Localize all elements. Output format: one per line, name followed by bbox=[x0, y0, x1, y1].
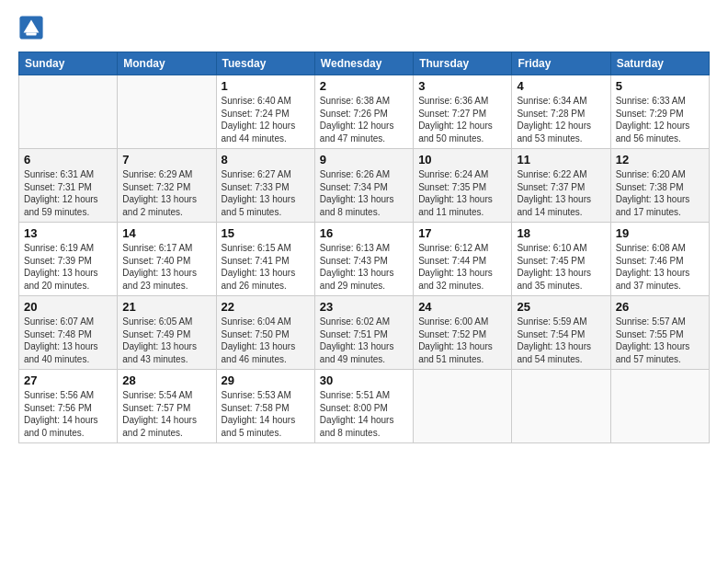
calendar-cell: 14Sunrise: 6:17 AMSunset: 7:40 PMDayligh… bbox=[118, 223, 216, 296]
day-info: Sunrise: 5:57 AMSunset: 7:55 PMDaylight:… bbox=[616, 316, 704, 365]
calendar-cell: 1Sunrise: 6:40 AMSunset: 7:24 PMDaylight… bbox=[216, 75, 314, 149]
day-info: Sunrise: 6:26 AMSunset: 7:34 PMDaylight:… bbox=[320, 168, 408, 218]
day-info: Sunrise: 6:20 AMSunset: 7:38 PMDaylight:… bbox=[616, 168, 704, 218]
day-number: 18 bbox=[517, 226, 605, 240]
day-number: 20 bbox=[24, 300, 112, 314]
day-info: Sunrise: 6:02 AMSunset: 7:51 PMDaylight:… bbox=[320, 316, 408, 365]
day-info: Sunrise: 6:40 AMSunset: 7:24 PMDaylight:… bbox=[222, 95, 310, 144]
day-info: Sunrise: 6:33 AMSunset: 7:29 PMDaylight:… bbox=[616, 95, 704, 144]
day-number: 8 bbox=[222, 153, 310, 167]
day-info: Sunrise: 6:17 AMSunset: 7:40 PMDaylight:… bbox=[122, 242, 210, 292]
day-number: 12 bbox=[616, 153, 704, 167]
calendar-week-row: 20Sunrise: 6:07 AMSunset: 7:48 PMDayligh… bbox=[19, 296, 710, 370]
day-number: 24 bbox=[418, 300, 506, 314]
day-number: 16 bbox=[320, 226, 408, 240]
day-number: 13 bbox=[24, 226, 112, 240]
calendar-cell: 7Sunrise: 6:29 AMSunset: 7:32 PMDaylight… bbox=[118, 149, 216, 223]
header bbox=[18, 15, 710, 40]
calendar-cell: 9Sunrise: 6:26 AMSunset: 7:34 PMDaylight… bbox=[314, 149, 413, 223]
day-number: 6 bbox=[24, 153, 112, 167]
logo bbox=[18, 15, 46, 40]
day-info: Sunrise: 6:36 AMSunset: 7:27 PMDaylight:… bbox=[418, 95, 506, 144]
day-header-thursday: Thursday bbox=[414, 52, 512, 75]
day-number: 10 bbox=[418, 153, 506, 167]
day-info: Sunrise: 5:53 AMSunset: 7:58 PMDaylight:… bbox=[222, 389, 310, 439]
day-number: 11 bbox=[517, 153, 605, 167]
day-number: 29 bbox=[222, 373, 310, 387]
day-info: Sunrise: 6:07 AMSunset: 7:48 PMDaylight:… bbox=[24, 316, 112, 365]
calendar-cell: 12Sunrise: 6:20 AMSunset: 7:38 PMDayligh… bbox=[610, 149, 709, 223]
day-number: 26 bbox=[616, 300, 704, 314]
day-number: 2 bbox=[320, 79, 408, 93]
day-number: 19 bbox=[616, 226, 704, 240]
calendar-cell: 23Sunrise: 6:02 AMSunset: 7:51 PMDayligh… bbox=[314, 296, 413, 370]
calendar-cell: 13Sunrise: 6:19 AMSunset: 7:39 PMDayligh… bbox=[19, 223, 118, 296]
calendar-cell: 18Sunrise: 6:10 AMSunset: 7:45 PMDayligh… bbox=[512, 223, 610, 296]
day-number: 7 bbox=[122, 153, 210, 167]
calendar-cell: 21Sunrise: 6:05 AMSunset: 7:49 PMDayligh… bbox=[118, 296, 216, 370]
day-info: Sunrise: 6:12 AMSunset: 7:44 PMDaylight:… bbox=[418, 242, 506, 292]
day-number: 17 bbox=[418, 226, 506, 240]
day-number: 9 bbox=[320, 153, 408, 167]
calendar-cell: 10Sunrise: 6:24 AMSunset: 7:35 PMDayligh… bbox=[414, 149, 512, 223]
calendar-cell: 2Sunrise: 6:38 AMSunset: 7:26 PMDaylight… bbox=[314, 75, 413, 149]
calendar-cell: 16Sunrise: 6:13 AMSunset: 7:43 PMDayligh… bbox=[314, 223, 413, 296]
day-number: 28 bbox=[122, 373, 210, 387]
day-header-monday: Monday bbox=[118, 52, 216, 75]
day-number: 22 bbox=[222, 300, 310, 314]
day-number: 25 bbox=[517, 300, 605, 314]
calendar-cell: 8Sunrise: 6:27 AMSunset: 7:33 PMDaylight… bbox=[216, 149, 314, 223]
day-info: Sunrise: 6:00 AMSunset: 7:52 PMDaylight:… bbox=[418, 316, 506, 365]
calendar-header-row: SundayMondayTuesdayWednesdayThursdayFrid… bbox=[19, 52, 710, 75]
calendar-cell bbox=[19, 75, 118, 149]
day-info: Sunrise: 6:24 AMSunset: 7:35 PMDaylight:… bbox=[418, 168, 506, 218]
calendar-cell: 22Sunrise: 6:04 AMSunset: 7:50 PMDayligh… bbox=[216, 296, 314, 370]
day-header-sunday: Sunday bbox=[19, 52, 118, 75]
calendar-cell: 3Sunrise: 6:36 AMSunset: 7:27 PMDaylight… bbox=[414, 75, 512, 149]
calendar-table: SundayMondayTuesdayWednesdayThursdayFrid… bbox=[18, 52, 710, 443]
calendar-cell: 6Sunrise: 6:31 AMSunset: 7:31 PMDaylight… bbox=[19, 149, 118, 223]
calendar-cell: 24Sunrise: 6:00 AMSunset: 7:52 PMDayligh… bbox=[414, 296, 512, 370]
day-info: Sunrise: 6:13 AMSunset: 7:43 PMDaylight:… bbox=[320, 242, 408, 292]
calendar-cell: 26Sunrise: 5:57 AMSunset: 7:55 PMDayligh… bbox=[610, 296, 709, 370]
day-info: Sunrise: 6:22 AMSunset: 7:37 PMDaylight:… bbox=[517, 168, 605, 218]
calendar-cell bbox=[610, 370, 709, 443]
calendar-cell: 29Sunrise: 5:53 AMSunset: 7:58 PMDayligh… bbox=[216, 370, 314, 443]
day-info: Sunrise: 6:31 AMSunset: 7:31 PMDaylight:… bbox=[24, 168, 112, 218]
calendar-cell: 19Sunrise: 6:08 AMSunset: 7:46 PMDayligh… bbox=[610, 223, 709, 296]
day-number: 23 bbox=[320, 300, 408, 314]
day-info: Sunrise: 6:27 AMSunset: 7:33 PMDaylight:… bbox=[222, 168, 310, 218]
day-number: 1 bbox=[222, 79, 310, 93]
day-number: 21 bbox=[122, 300, 210, 314]
day-info: Sunrise: 6:10 AMSunset: 7:45 PMDaylight:… bbox=[517, 242, 605, 292]
day-number: 14 bbox=[122, 226, 210, 240]
calendar-cell: 11Sunrise: 6:22 AMSunset: 7:37 PMDayligh… bbox=[512, 149, 610, 223]
calendar-cell: 5Sunrise: 6:33 AMSunset: 7:29 PMDaylight… bbox=[610, 75, 709, 149]
calendar-cell bbox=[414, 370, 512, 443]
day-info: Sunrise: 6:04 AMSunset: 7:50 PMDaylight:… bbox=[222, 316, 310, 365]
day-info: Sunrise: 6:05 AMSunset: 7:49 PMDaylight:… bbox=[122, 316, 210, 365]
day-number: 15 bbox=[222, 226, 310, 240]
calendar-week-row: 13Sunrise: 6:19 AMSunset: 7:39 PMDayligh… bbox=[19, 223, 710, 296]
day-info: Sunrise: 5:59 AMSunset: 7:54 PMDaylight:… bbox=[517, 316, 605, 365]
day-info: Sunrise: 5:56 AMSunset: 7:56 PMDaylight:… bbox=[24, 389, 112, 439]
day-header-wednesday: Wednesday bbox=[314, 52, 413, 75]
calendar-cell: 20Sunrise: 6:07 AMSunset: 7:48 PMDayligh… bbox=[19, 296, 118, 370]
calendar-week-row: 27Sunrise: 5:56 AMSunset: 7:56 PMDayligh… bbox=[19, 370, 710, 443]
day-info: Sunrise: 5:51 AMSunset: 8:00 PMDaylight:… bbox=[320, 389, 408, 439]
day-number: 27 bbox=[24, 373, 112, 387]
calendar-cell: 25Sunrise: 5:59 AMSunset: 7:54 PMDayligh… bbox=[512, 296, 610, 370]
calendar-week-row: 6Sunrise: 6:31 AMSunset: 7:31 PMDaylight… bbox=[19, 149, 710, 223]
calendar-cell: 27Sunrise: 5:56 AMSunset: 7:56 PMDayligh… bbox=[19, 370, 118, 443]
day-number: 5 bbox=[616, 79, 704, 93]
calendar-cell: 28Sunrise: 5:54 AMSunset: 7:57 PMDayligh… bbox=[118, 370, 216, 443]
calendar-cell: 17Sunrise: 6:12 AMSunset: 7:44 PMDayligh… bbox=[414, 223, 512, 296]
calendar-cell bbox=[118, 75, 216, 149]
svg-rect-2 bbox=[26, 33, 36, 36]
logo-icon bbox=[18, 15, 44, 40]
calendar-week-row: 1Sunrise: 6:40 AMSunset: 7:24 PMDaylight… bbox=[19, 75, 710, 149]
day-info: Sunrise: 6:34 AMSunset: 7:28 PMDaylight:… bbox=[517, 95, 605, 144]
calendar-cell bbox=[512, 370, 610, 443]
day-number: 3 bbox=[418, 79, 506, 93]
day-info: Sunrise: 6:19 AMSunset: 7:39 PMDaylight:… bbox=[24, 242, 112, 292]
